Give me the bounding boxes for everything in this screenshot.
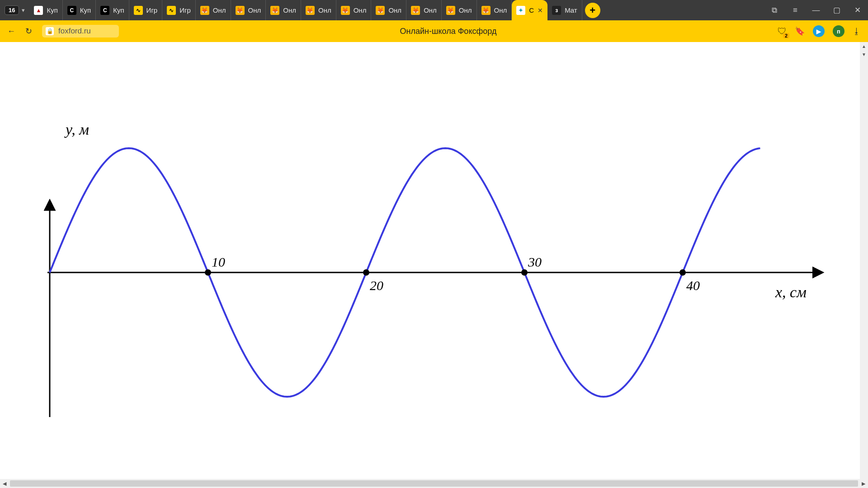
tab-favicon: 🦊: [376, 6, 385, 15]
tab-label: Онл: [494, 6, 507, 14]
window-minimize-button[interactable]: —: [808, 3, 824, 18]
tab-13[interactable]: 🦊Онл: [477, 0, 512, 20]
y-axis-label: y, м: [66, 121, 89, 138]
tab-15[interactable]: зМат: [547, 0, 582, 20]
new-tab-button[interactable]: +: [585, 3, 600, 18]
tab-label: Онл: [283, 6, 296, 14]
svg-point-3: [363, 269, 369, 276]
svg-point-4: [521, 269, 528, 276]
shield-icon[interactable]: 🛡 2: [778, 26, 787, 37]
tab-label: Онл: [388, 6, 401, 14]
tab-favicon: 🦊: [270, 6, 279, 15]
copy-tabs-icon[interactable]: ⧉: [767, 3, 782, 18]
scroll-track[interactable]: [10, 480, 858, 487]
tab-favicon: ∿: [167, 6, 176, 15]
tab-label: Мат: [565, 6, 577, 14]
scroll-up-icon[interactable]: ▲: [860, 42, 868, 50]
x-tick-20: 20: [370, 278, 383, 293]
tab-label: Куп: [47, 6, 57, 14]
tab-favicon: 🦊: [341, 6, 350, 15]
tab-label: Онл: [424, 6, 437, 14]
tab-2[interactable]: CКуп: [96, 0, 129, 20]
tab-favicon: ✦: [516, 6, 525, 15]
window-close-button[interactable]: ✕: [850, 3, 865, 18]
tab-label: Онл: [248, 6, 261, 14]
x-tick-30: 30: [528, 254, 542, 270]
tab-label: Игр: [179, 6, 191, 14]
horizontal-scrollbar[interactable]: ◀ ▶: [0, 479, 868, 488]
tab-label: Онл: [213, 6, 226, 14]
url-text: foxford.ru: [58, 27, 91, 36]
tab-12[interactable]: 🦊Онл: [442, 0, 477, 20]
tab-label: С: [529, 6, 534, 14]
tab-4[interactable]: ∿Игр: [162, 0, 196, 20]
scroll-down-icon[interactable]: ▼: [860, 50, 868, 58]
downloads-icon[interactable]: ⭳: [853, 27, 861, 36]
tab-favicon: 🦊: [200, 6, 209, 15]
tab-favicon: 🦊: [236, 6, 245, 15]
tab-favicon: 🦊: [481, 6, 491, 15]
tab-1[interactable]: CКуп: [63, 0, 96, 20]
tab-7[interactable]: 🦊Онл: [266, 0, 301, 20]
x-axis-label: x, см: [775, 284, 807, 301]
tab-14[interactable]: ✦С✕: [512, 0, 547, 20]
wave-chart: y, мx, см10203040: [36, 105, 832, 441]
tab-favicon: ∿: [134, 6, 143, 15]
tab-9[interactable]: 🦊Онл: [336, 0, 372, 20]
browser-tab-strip: 16 ▾ ▲КупCКупCКуп∿Игр∿Игр🦊Онл🦊Онл🦊Онл🦊Он…: [0, 0, 868, 20]
tab-close-icon[interactable]: ✕: [538, 7, 543, 14]
tab-label: Онл: [459, 6, 472, 14]
tab-favicon: C: [100, 6, 109, 15]
back-button[interactable]: ←: [7, 27, 15, 36]
svg-point-5: [679, 269, 686, 276]
tab-favicon: ▲: [34, 6, 43, 15]
scroll-right-icon[interactable]: ▶: [859, 479, 868, 488]
x-tick-10: 10: [212, 254, 225, 270]
tab-5[interactable]: 🦊Онл: [196, 0, 231, 20]
tab-label: Игр: [146, 6, 158, 14]
chevron-down-icon[interactable]: ▾: [22, 7, 25, 14]
scroll-left-icon[interactable]: ◀: [0, 479, 9, 488]
tab-3[interactable]: ∿Игр: [129, 0, 163, 20]
extension-1-icon[interactable]: ▶: [813, 25, 825, 37]
extension-2-icon[interactable]: п: [833, 25, 844, 37]
lock-icon: 🔒: [46, 27, 54, 35]
x-tick-40: 40: [686, 278, 700, 293]
reload-button[interactable]: ↻: [25, 26, 32, 36]
tab-0[interactable]: ▲Куп: [29, 0, 62, 20]
tab-label: Куп: [113, 6, 124, 14]
tab-6[interactable]: 🦊Онл: [231, 0, 266, 20]
url-box[interactable]: 🔒 foxford.ru: [42, 25, 119, 38]
tab-counter[interactable]: 16: [5, 5, 19, 15]
svg-point-2: [205, 269, 211, 276]
tab-favicon: C: [67, 6, 76, 15]
tab-favicon: 🦊: [306, 6, 315, 15]
tab-label: Онл: [318, 6, 331, 14]
tab-10[interactable]: 🦊Онл: [371, 0, 406, 20]
tab-label: Куп: [80, 6, 91, 14]
vertical-scrollbar[interactable]: ▲ ▼: [860, 42, 868, 479]
bookmark-icon[interactable]: 🔖: [795, 26, 805, 36]
tab-favicon: з: [552, 6, 561, 15]
tab-11[interactable]: 🦊Онл: [406, 0, 442, 20]
menu-icon[interactable]: ≡: [788, 3, 803, 18]
page-title: Онлайн-школа Фоксфорд: [129, 27, 768, 36]
address-bar: ← ↻ 🔒 foxford.ru Онлайн-школа Фоксфорд 🛡…: [0, 20, 868, 42]
window-maximize-button[interactable]: ▢: [829, 3, 844, 18]
tab-favicon: 🦊: [411, 6, 420, 15]
page-viewport: y, мx, см10203040: [0, 42, 868, 479]
tab-label: Онл: [354, 6, 367, 14]
tab-8[interactable]: 🦊Онл: [301, 0, 336, 20]
tab-favicon: 🦊: [446, 6, 455, 15]
